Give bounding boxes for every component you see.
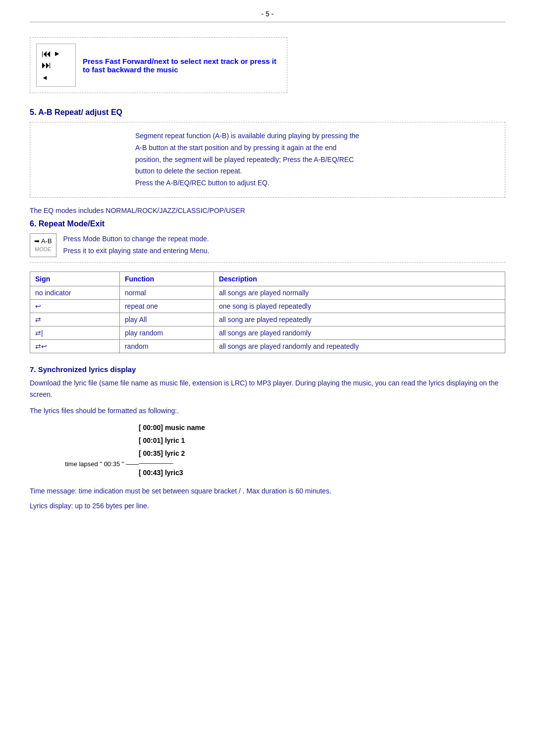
table-cell-function-0: normal <box>119 286 214 299</box>
repeat-icon-row: ➡ A-B MODE Press Mode Button to change t… <box>30 233 505 257</box>
lyric-line-2: [ 00:35] lyric 2 <box>139 449 238 457</box>
ab-line2: A-B button at the start position and by … <box>135 144 336 152</box>
connector-line <box>139 463 173 464</box>
table-cell-description-1: one song is played repeatedly <box>214 299 505 313</box>
page-header: - 5 - <box>30 10 505 22</box>
mode-icon-box: ➡ A-B MODE <box>30 233 56 257</box>
repeat-table: Sign Function Description no indicatorno… <box>30 271 505 353</box>
section7-heading: 7. Synchronized lyrics display <box>30 365 505 374</box>
ab-line4: button to delete the section repeat. <box>135 167 242 175</box>
table-header-sign: Sign <box>30 271 120 286</box>
mode-text: Press Mode Button to change the repeat m… <box>63 233 210 257</box>
ab-left-space <box>30 122 129 197</box>
table-cell-description-2: all song are played repeatedly <box>214 313 505 326</box>
ab-text: Segment repeat function (A-B) is availab… <box>129 122 365 197</box>
lyric-connector <box>139 463 238 464</box>
lyric-line-3: [ 00:43] lyric3 <box>139 469 238 477</box>
section6-heading: 6. Repeat Mode/Exit <box>30 219 505 228</box>
ab-line5: Press the A-B/EQ/REC button to adjust EQ… <box>135 179 269 187</box>
table-cell-sign-0: no indicator <box>30 286 120 299</box>
ff-text: Press Fast Forward/next to select next t… <box>83 57 281 74</box>
time-lapsed-label: time lapsed " 00:35 " —— <box>65 460 139 468</box>
ab-line3: position, the segment will be played rep… <box>135 156 354 163</box>
ab-line1: Segment repeat function (A-B) is availab… <box>135 132 359 140</box>
lyrics-format-label: The lyrics files should be formatted as … <box>30 407 505 415</box>
table-header-function: Function <box>119 271 214 286</box>
time-lapsed-text: time lapsed " 00:35 " —— <box>65 460 139 468</box>
table-row: ↩repeat oneone song is played repeatedly <box>30 299 505 313</box>
section7-para1: Download the lyric file (same file name … <box>30 378 505 401</box>
bottom-note1: Time message: time indication must be se… <box>30 486 505 497</box>
lyric-line-1: [ 00:01] lyric 1 <box>139 436 238 444</box>
table-row: no indicatornormalall songs are played n… <box>30 286 505 299</box>
table-cell-description-3: all songs are played randomly <box>214 326 505 339</box>
table-row: ⇄↩randomall songs are played randomly an… <box>30 339 505 353</box>
table-row: ⇄|play randomall songs are played random… <box>30 326 505 339</box>
bottom-note2: Lyrics display: up to 256 bytes per line… <box>30 500 505 512</box>
table-cell-sign-4: ⇄↩ <box>30 339 120 353</box>
table-cell-description-4: all songs are played randomly and repeat… <box>214 339 505 353</box>
eq-modes-line: The EQ modes includes NORMAL/ROCK/JAZZ/C… <box>30 207 505 215</box>
table-cell-sign-1: ↩ <box>30 299 120 313</box>
table-cell-sign-2: ⇄ <box>30 313 120 326</box>
lyrics-left: time lapsed " 00:35 " —— <box>59 432 139 468</box>
page-number: - 5 - <box>262 10 274 18</box>
mode-icon-line2: MODE <box>34 246 52 253</box>
table-row: ⇄play Allall song are played repeatedly <box>30 313 505 326</box>
mode-icon-line1: ➡ A-B <box>34 237 52 246</box>
ff-icon: ⏮ ▶ ⏭◄ <box>42 48 70 82</box>
table-cell-description-0: all songs are played normally <box>214 286 505 299</box>
ff-icon-box: ⏮ ▶ ⏭◄ <box>36 44 76 87</box>
ab-content-box: Segment repeat function (A-B) is availab… <box>30 122 505 198</box>
section6: 6. Repeat Mode/Exit ➡ A-B MODE Press Mod… <box>30 219 505 263</box>
lyrics-lines: [ 00:00] music name [ 00:01] lyric 1 [ 0… <box>139 424 238 477</box>
section5-heading: 5. A-B Repeat/ adjust EQ <box>30 108 505 117</box>
mode-text-line2: Press it to exit playing state and enter… <box>63 245 210 257</box>
table-header-description: Description <box>214 271 505 286</box>
lyric-line-0: [ 00:00] music name <box>139 424 238 432</box>
table-cell-function-4: random <box>119 339 214 353</box>
table-cell-function-3: play random <box>119 326 214 339</box>
table-cell-function-1: repeat one <box>119 299 214 313</box>
lyrics-diagram: time lapsed " 00:35 " —— [ 00:00] music … <box>59 424 505 477</box>
mode-text-line1: Press Mode Button to change the repeat m… <box>63 233 210 245</box>
table-cell-function-2: play All <box>119 313 214 326</box>
ff-section: ⏮ ▶ ⏭◄ Press Fast Forward/next to select… <box>30 37 287 93</box>
table-cell-sign-3: ⇄| <box>30 326 120 339</box>
